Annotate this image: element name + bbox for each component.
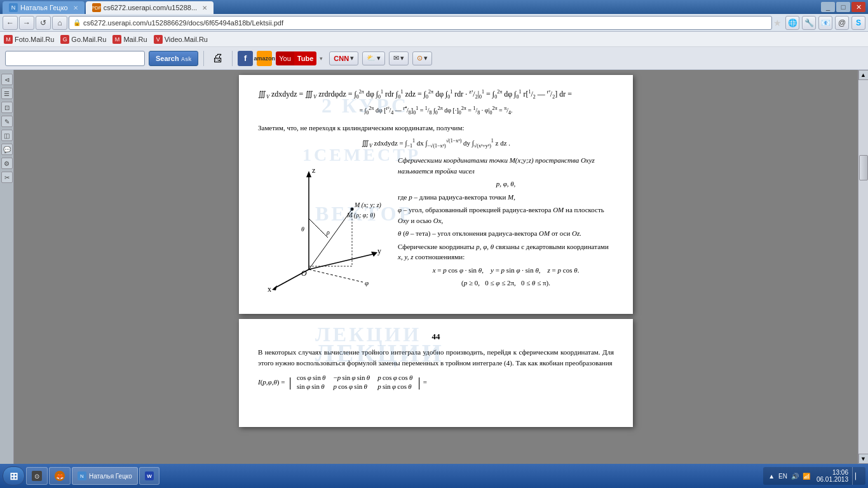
tray-show-desktop[interactable]: ▏ — [852, 467, 860, 485]
bookmark-label-3: Mail.Ru — [123, 36, 147, 43]
tab-bar: N Наталья Гецко ✕ PDF cs6272.userapi.com… — [3, 0, 215, 14]
search-input[interactable] — [5, 51, 145, 66]
taskbar-item-word[interactable]: W — [139, 467, 159, 485]
navigation-bar: ← → ↺ ⌂ 🔒 cs6272.userapi.com/u152886629/… — [0, 14, 868, 32]
extra-icon: ⊙ — [417, 54, 423, 62]
print-icon[interactable]: 🖨 — [209, 50, 227, 67]
bookmark-go-mail[interactable]: G Go.Mail.Ru — [60, 35, 106, 44]
extra-dropdown[interactable]: ⊙ ▾ — [412, 51, 432, 65]
bookmark-icon-4: V — [154, 35, 163, 44]
start-button[interactable]: ⊞ — [3, 466, 25, 485]
tab-icon-pdf: PDF — [92, 3, 101, 12]
math-formula-mid: = ∫02π dφ [r²/4 — r⁴/8]01 = 1/8 ∫02π dφ … — [258, 105, 614, 118]
page-number: 44 — [258, 332, 614, 342]
math-formula-top: ∭V zdxdydz = ∭V zrdrdφdz = ∫02π dφ ∫01 r… — [258, 88, 614, 102]
sidebar-btn-3[interactable]: ⊡ — [1, 102, 13, 113]
search-toolbar: Search Ask 🖨 f amazon You Tube ▾ CNN ▾ ⛅… — [0, 47, 868, 70]
sidebar-btn-5[interactable]: ◫ — [1, 130, 13, 141]
svg-text:θ: θ — [301, 226, 304, 233]
taskbar-item-natalya[interactable]: N Наталья Гецко — [72, 467, 138, 485]
windows-logo: ⊞ — [10, 470, 18, 482]
bookmark-foto-mail[interactable]: M Foto.Mail.Ru — [4, 35, 54, 44]
weather-arrow: ▾ — [377, 54, 381, 62]
bookmark-icon-2: G — [60, 35, 69, 44]
taskbar-label-natalya: Наталья Гецко — [89, 473, 132, 480]
sidebar-btn-2[interactable]: ☰ — [1, 88, 13, 99]
browser-icon-3[interactable]: 📧 — [818, 16, 832, 30]
bookmark-icon-1: M — [4, 35, 13, 44]
text-note: Заметим, что, не переходя к цилиндрическ… — [258, 123, 614, 133]
browser-icon-4[interactable]: @ — [835, 16, 849, 30]
tab-close-natalya[interactable]: ✕ — [73, 4, 78, 11]
svg-text:ρ: ρ — [326, 229, 330, 236]
tab-close-pdf[interactable]: ✕ — [202, 4, 207, 11]
taskbar-item-2[interactable]: 🦊 — [49, 467, 71, 485]
lock-icon: 🔒 — [73, 19, 81, 26]
home-button[interactable]: ⌂ — [52, 16, 67, 30]
tube-text: Tube — [294, 51, 316, 65]
forward-button[interactable]: → — [19, 16, 34, 30]
sidebar-btn-4[interactable]: ✎ — [1, 116, 13, 127]
jacobian-matrix: I(p,φ,θ) = | cos φ sin θ −p sin φ sin θ … — [258, 373, 614, 391]
maximize-button[interactable]: □ — [836, 2, 850, 12]
toolbar-separator-2 — [232, 51, 233, 66]
pdf-page-1: 2 КУРС 1СЕМЕСТР ВЕКТОР ЛЕКЦИИ ∭V zdxdydz… — [239, 75, 633, 314]
minimize-button[interactable]: _ — [821, 2, 835, 12]
mail-icon: ✉ — [393, 54, 399, 62]
youtube-container[interactable]: You Tube ▾ — [276, 51, 325, 65]
amazon-icon[interactable]: amazon — [257, 51, 272, 66]
math-triple-integral: ∭V zdxdydz = ∫−11 dx ∫−√(1−x²)√(1−x²) dy… — [258, 138, 614, 149]
bookmark-label-4: Video.Mail.Ru — [165, 36, 208, 43]
sidebar-btn-1[interactable]: ⊲ — [1, 74, 13, 85]
tab-label-natalya: Наталья Гецко — [20, 4, 68, 11]
cnn-dropdown[interactable]: CNN ▾ — [329, 51, 358, 65]
taskbar-icon-natalya: N — [78, 471, 86, 480]
main-area: ⊲ ☰ ⊡ ✎ ◫ 💬 ⚙ ✂ 2 КУРС 1СЕМЕСТР ВЕКТОР Л… — [0, 70, 868, 464]
browser-icon-1[interactable]: 🌐 — [785, 16, 799, 30]
scroll-down-button[interactable]: ▼ — [858, 454, 869, 464]
tray-clock: 13:06 06.01.2013 — [817, 469, 848, 483]
scroll-thumb[interactable] — [859, 155, 868, 180]
svg-text:y: y — [377, 247, 381, 255]
scroll-up-button[interactable]: ▲ — [858, 70, 869, 80]
mail-arrow: ▾ — [400, 54, 404, 62]
title-bar: N Наталья Гецко ✕ PDF cs6272.userapi.com… — [0, 0, 868, 14]
sidebar-btn-8[interactable]: ✂ — [1, 172, 13, 183]
sidebar-btn-6[interactable]: 💬 — [1, 144, 13, 155]
weather-icon: ⛅ — [367, 54, 376, 62]
tray-icon-network: 📶 — [803, 473, 810, 480]
tray-lang: EN — [778, 473, 787, 480]
svg-marker-1 — [306, 171, 311, 177]
taskbar-item-1[interactable]: ⊙ — [26, 467, 48, 485]
tab-pdf[interactable]: PDF cs6272.userapi.com/u15288... ✕ — [86, 1, 214, 14]
extra-arrow: ▾ — [424, 54, 428, 62]
facebook-icon[interactable]: f — [238, 51, 253, 66]
youtube-dropdown[interactable]: ▾ — [316, 51, 325, 65]
vertical-scrollbar[interactable]: ▲ ▼ — [858, 70, 868, 464]
browser-icon-5[interactable]: S — [851, 16, 865, 30]
tab-natalya[interactable]: N Наталья Гецко ✕ — [3, 1, 85, 14]
tray-time: 13:06 — [817, 469, 848, 476]
tab-label-pdf: cs6272.userapi.com/u15288... — [104, 4, 197, 11]
reload-button[interactable]: ↺ — [36, 16, 51, 30]
mail-dropdown[interactable]: ✉ ▾ — [389, 51, 409, 65]
svg-text:x: x — [268, 285, 271, 294]
address-bar[interactable]: 🔒 cs6272.userapi.com/u152886629/docs/6f6… — [69, 16, 772, 30]
svg-text:M (ρ; φ; θ): M (ρ; φ; θ) — [346, 212, 376, 219]
pdf-page-2: ЛЕКЦИИ 44 В некоторых случаях вычисление… — [239, 319, 633, 427]
search-button[interactable]: Search Ask — [149, 51, 198, 66]
close-button[interactable]: ✕ — [851, 2, 865, 12]
you-text: You — [276, 51, 294, 65]
bookmark-star[interactable]: ★ — [773, 18, 782, 28]
page2-intro-text: В некоторых случаях вычисление тройного … — [258, 347, 614, 368]
taskbar-icon-2: 🦊 — [55, 471, 65, 481]
sidebar-btn-7[interactable]: ⚙ — [1, 158, 13, 169]
pdf-viewer[interactable]: 2 КУРС 1СЕМЕСТР ВЕКТОР ЛЕКЦИИ ∭V zdxdydz… — [14, 70, 858, 464]
bookmark-mail[interactable]: M Mail.Ru — [112, 35, 147, 44]
browser-icon-2[interactable]: 🔧 — [802, 16, 816, 30]
back-button[interactable]: ← — [3, 16, 18, 30]
spherical-text-block: Сферическими координатами точки M(x;y;z)… — [398, 155, 614, 288]
weather-dropdown[interactable]: ⛅ ▾ — [362, 51, 385, 65]
bookmark-video-mail[interactable]: V Video.Mail.Ru — [154, 35, 208, 44]
scroll-track[interactable] — [858, 80, 869, 454]
